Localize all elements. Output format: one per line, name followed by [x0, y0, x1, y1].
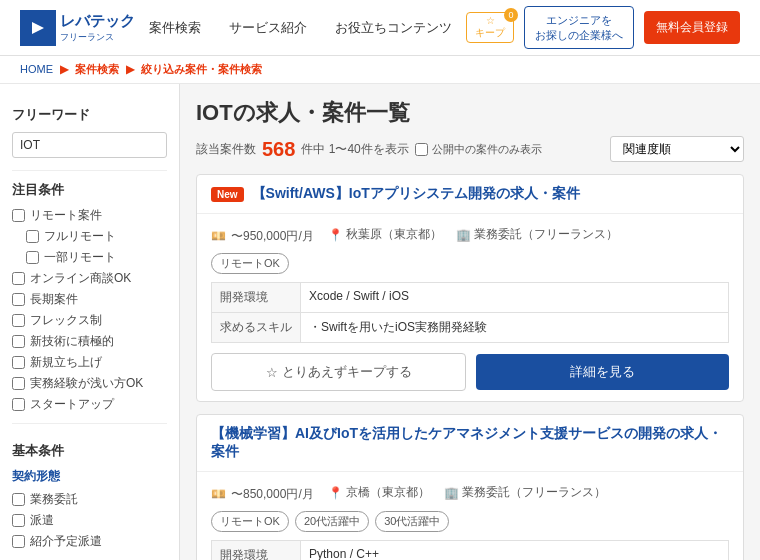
basic-conditions: 基本条件 契約形態 業務委託 派遣 紹介予定派遣 都道府県 選択する ⊕: [12, 423, 167, 560]
results-bar: 該当案件数 568 件中 1〜40件を表示 公開中の案件のみ表示 関連度順 新着…: [196, 136, 744, 162]
job-location-1: 📍 秋葉原（東京都）: [328, 226, 442, 243]
basic-conditions-title: 基本条件: [12, 442, 167, 460]
checkbox-contract2-input[interactable]: [12, 514, 25, 527]
checkbox-contract2: 派遣: [12, 512, 167, 529]
checkbox-startup: スタートアップ: [12, 396, 167, 413]
job-card-1-header: New 【Swift/AWS】IoTアプリシステム開発の求人・案件: [197, 175, 743, 214]
checkbox-shallow-exp: 実務経験が浅い方OK: [12, 375, 167, 392]
checkbox-shallow-exp-input[interactable]: [12, 377, 25, 390]
note-conditions-title: 注目条件: [12, 170, 167, 199]
nav-useful-content[interactable]: お役立ちコンテンツ: [335, 19, 452, 37]
logo-main-text: レバテック: [60, 12, 135, 31]
logo-sub-text: フリーランス: [60, 31, 135, 44]
checkbox-partial-remote: 一部リモート: [26, 249, 167, 266]
freeword-title: フリーワード: [12, 106, 167, 124]
job-card-1: New 【Swift/AWS】IoTアプリシステム開発の求人・案件 💴 〜950…: [196, 174, 744, 402]
job-details-2: 開発環境 Python / C++ 求めるスキル ・自社プロダクトの開発経験 ・…: [211, 540, 729, 560]
header: レバテック フリーランス 案件検索 サービス紹介 お役立ちコンテンツ ☆ キープ…: [0, 0, 760, 56]
checkbox-partial-remote-input[interactable]: [26, 251, 39, 264]
results-label: 該当案件数: [196, 141, 256, 158]
detail-key-2-0: 開発環境: [212, 541, 301, 561]
header-actions: ☆ キープ 0 エンジニアをお探しの企業様へ 無料会員登録: [466, 6, 740, 49]
checkbox-flex-input[interactable]: [12, 314, 25, 327]
nav-case-search[interactable]: 案件検索: [149, 19, 201, 37]
job-actions-1: ☆ とりあえずキープする 詳細を見る: [211, 353, 729, 391]
contract-icon-2: 🏢: [444, 486, 459, 500]
public-only-checkbox[interactable]: [415, 143, 428, 156]
page-title: IOTの求人・案件一覧: [196, 98, 744, 128]
job-meta-1: 💴 〜950,000円/月 📍 秋葉原（東京都） 🏢 業務委託（フリーランス）: [211, 224, 729, 245]
checkbox-full-remote: フルリモート: [26, 228, 167, 245]
checkbox-online-meeting-input[interactable]: [12, 272, 25, 285]
job-tag-30s: 30代活躍中: [375, 511, 449, 532]
new-badge-1: New: [211, 187, 244, 202]
checkbox-flex: フレックス制: [12, 312, 167, 329]
job-meta-2: 💴 〜850,000円/月 📍 京橋（東京都） 🏢 業務委託（フリーランス）: [211, 482, 729, 503]
breadcrumb-case-search: 案件検索: [75, 63, 119, 75]
checkbox-contract1-input[interactable]: [12, 493, 25, 506]
detail-button-1[interactable]: 詳細を見る: [476, 354, 729, 390]
checkbox-new-tech-input[interactable]: [12, 335, 25, 348]
checkbox-remote-input[interactable]: [12, 209, 25, 222]
keep-button-1[interactable]: ☆ とりあえずキープする: [211, 353, 466, 391]
breadcrumb-home[interactable]: HOME: [20, 63, 53, 75]
logo-icon: [20, 10, 56, 46]
results-info: 該当案件数 568 件中 1〜40件を表示 公開中の案件のみ表示: [196, 138, 542, 161]
checkbox-contract1: 業務委託: [12, 491, 167, 508]
detail-val-1-1: ・Swiftを用いたiOS実務開発経験: [301, 313, 729, 343]
register-button[interactable]: 無料会員登録: [644, 11, 740, 44]
checkbox-long-term: 長期案件: [12, 291, 167, 308]
job-title-2[interactable]: 【機械学習】AI及びIoTを活用したケアマネジメント支援サービスの開発の求人・案…: [211, 425, 729, 461]
logo-text: レバテック フリーランス: [60, 12, 135, 44]
svg-marker-0: [32, 22, 44, 34]
job-title-1[interactable]: 【Swift/AWS】IoTアプリシステム開発の求人・案件: [252, 185, 580, 203]
job-salary-1: 💴 〜950,000円/月: [211, 224, 314, 245]
table-row: 開発環境 Xcode / Swift / iOS: [212, 283, 729, 313]
salary-icon-2: 💴: [211, 487, 226, 501]
contract-icon-1: 🏢: [456, 228, 471, 242]
job-card-2: 【機械学習】AI及びIoTを活用したケアマネジメント支援サービスの開発の求人・案…: [196, 414, 744, 560]
nav-service[interactable]: サービス紹介: [229, 19, 307, 37]
public-only-label[interactable]: 公開中の案件のみ表示: [415, 142, 542, 157]
detail-val-2-0: Python / C++: [301, 541, 729, 561]
job-location-2: 📍 京橋（東京都）: [328, 484, 430, 501]
search-input[interactable]: [12, 132, 167, 158]
contract-form-title: 契約形態: [12, 468, 167, 485]
breadcrumb: HOME ▶ 案件検索 ▶ 絞り込み案件・案件検索: [0, 56, 760, 84]
table-row: 開発環境 Python / C++: [212, 541, 729, 561]
logo-chevron-icon: [28, 18, 48, 38]
checkbox-contract3-input[interactable]: [12, 535, 25, 548]
search-input-wrap: [12, 132, 167, 158]
breadcrumb-current: 絞り込み案件・案件検索: [141, 63, 262, 75]
job-contract-1: 🏢 業務委託（フリーランス）: [456, 226, 618, 243]
bookmark-label: キープ: [475, 26, 505, 40]
checkbox-startup-input[interactable]: [12, 398, 25, 411]
job-tag-remote-1: リモートOK: [211, 253, 289, 274]
bookmark-count: 0: [504, 8, 518, 22]
bookmark-button[interactable]: ☆ キープ 0: [466, 12, 514, 43]
logo: レバテック フリーランス: [20, 10, 135, 46]
checkbox-full-remote-input[interactable]: [26, 230, 39, 243]
detail-key-1-0: 開発環境: [212, 283, 301, 313]
checkbox-online-meeting: オンライン商談OK: [12, 270, 167, 287]
checkbox-new-startup-input[interactable]: [12, 356, 25, 369]
star-icon: ☆: [486, 15, 495, 26]
job-tags-1: リモートOK: [211, 253, 729, 274]
checkbox-contract3: 紹介予定派遣: [12, 533, 167, 550]
checkbox-new-tech: 新技術に積極的: [12, 333, 167, 350]
checkbox-long-term-input[interactable]: [12, 293, 25, 306]
detail-val-1-0: Xcode / Swift / iOS: [301, 283, 729, 313]
results-range: 件中 1〜40件を表示: [301, 141, 408, 158]
sort-select[interactable]: 関連度順 新着順 単価順（高い順） 単価順（低い順）: [610, 136, 744, 162]
engineer-search-button[interactable]: エンジニアをお探しの企業様へ: [524, 6, 634, 49]
content-area: IOTの求人・案件一覧 該当案件数 568 件中 1〜40件を表示 公開中の案件…: [180, 84, 760, 560]
location-icon-2: 📍: [328, 486, 343, 500]
main-nav: 案件検索 サービス紹介 お役立ちコンテンツ: [149, 19, 452, 37]
checkbox-remote: リモート案件: [12, 207, 167, 224]
checkbox-new-startup: 新規立ち上げ: [12, 354, 167, 371]
results-count: 568: [262, 138, 295, 161]
job-salary-2: 💴 〜850,000円/月: [211, 482, 314, 503]
job-tag-20s: 20代活躍中: [295, 511, 369, 532]
job-card-2-header: 【機械学習】AI及びIoTを活用したケアマネジメント支援サービスの開発の求人・案…: [197, 415, 743, 472]
salary-icon-1: 💴: [211, 229, 226, 243]
